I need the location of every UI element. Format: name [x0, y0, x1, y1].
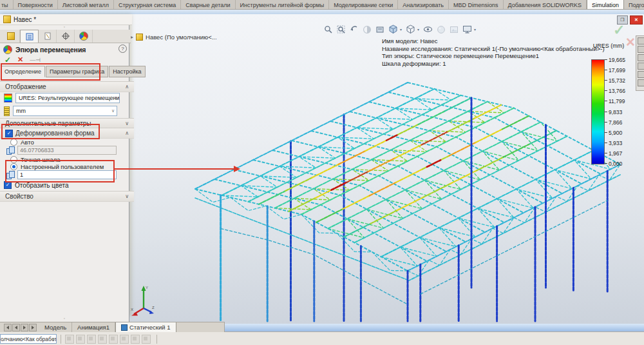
ribbon-tab[interactable]: MBD Dimensions — [449, 0, 504, 9]
true-scale-radio[interactable] — [10, 156, 17, 163]
status-tool-icon[interactable] — [142, 335, 151, 344]
status-tool-icon[interactable] — [65, 335, 74, 344]
graphics-area[interactable]: ▸ Навес (По умолчанию<... ▾ ▾ ▾ Имя моде… — [129, 14, 644, 335]
tab-definition[interactable]: Определение — [1, 66, 45, 77]
status-tool-icon[interactable] — [131, 335, 140, 344]
property-manager-title: Эпюра перемещения — [15, 46, 86, 54]
status-tool-icon[interactable] — [120, 335, 129, 344]
svg-text:X: X — [131, 308, 133, 311]
show-colors-row: ✓ Отобразить цвета — [0, 181, 133, 190]
tab-scroll-buttons — [0, 322, 39, 332]
first-tab-button[interactable] — [4, 324, 12, 331]
ribbon-tab[interactable]: Структурная система — [114, 0, 181, 9]
confirm-cancel-corner-button[interactable]: ✕ — [625, 35, 636, 50]
ribbon-tab[interactable]: Моделирование сетки — [329, 0, 398, 9]
user-scale-row — [0, 170, 135, 179]
previous-view-icon[interactable] — [350, 25, 359, 34]
home-icon[interactable] — [638, 37, 644, 44]
dimxpert-manager-tab[interactable] — [57, 30, 75, 43]
ribbon-tab-simulation-active[interactable]: Simulation — [587, 0, 624, 9]
zoom-fit-icon[interactable] — [324, 25, 333, 34]
ribbon-tab[interactable]: Поверхности — [14, 0, 58, 9]
feature-tree-flyout[interactable]: ▸ Навес (По умолчанию<... — [131, 34, 217, 41]
chevron-down-icon: ▾ — [474, 27, 476, 32]
edit-appearance-icon[interactable] — [437, 25, 446, 34]
ribbon-tab[interactable]: Листовой металл — [58, 0, 114, 9]
panel-splitter-grip[interactable]: ◦ — [0, 25, 129, 30]
tab-model[interactable]: Модель — [39, 322, 72, 332]
ribbon-tab[interactable]: Анализировать — [398, 0, 449, 9]
document-header: Навес * — [0, 14, 132, 25]
feature-manager-tab[interactable] — [2, 30, 20, 43]
deformed-shape-checkbox[interactable]: ✓ — [5, 130, 13, 137]
user-scale-field[interactable] — [17, 170, 117, 179]
file-explorer-icon[interactable] — [638, 54, 644, 61]
legend-value: 3,933 — [609, 140, 638, 146]
ribbon-tab[interactable]: Подготовка анализа — [624, 0, 644, 9]
zoom-area-icon[interactable] — [337, 25, 346, 34]
dimxpert-manager-icon — [62, 32, 70, 40]
user-defined-radio[interactable] — [10, 163, 17, 170]
display-style-icon[interactable] — [406, 25, 415, 34]
ribbon-tab[interactable]: Добавления SOLIDWORKS — [504, 0, 587, 9]
design-library-icon[interactable] — [638, 46, 644, 53]
last-tab-button[interactable] — [29, 324, 37, 331]
cancel-button[interactable]: ✕ — [17, 55, 23, 64]
section-view-icon[interactable] — [363, 25, 372, 34]
legend-value: 9,833 — [609, 109, 638, 115]
ribbon-tab[interactable]: Сварные детали — [181, 0, 235, 9]
property-manager-tab[interactable] — [20, 30, 39, 43]
collapse-icon: ∧ — [125, 84, 129, 90]
status-tool-icon[interactable] — [109, 335, 118, 344]
property-section-header[interactable]: Свойство ∨ — [0, 191, 134, 202]
status-tool-icon[interactable] — [98, 335, 107, 344]
chevron-down-icon: ▾ — [400, 27, 402, 32]
ok-button[interactable]: ✓ — [5, 55, 11, 64]
view-palette-icon[interactable] — [638, 63, 644, 70]
status-tool-icon[interactable] — [76, 335, 85, 344]
pin-icon[interactable]: —⊣ — [30, 57, 41, 63]
legend-value: 17,699 — [609, 67, 638, 74]
deformed-shape-header[interactable]: ✓ Деформированная форма ∧ — [0, 128, 134, 139]
hide-show-items-icon[interactable] — [423, 25, 433, 34]
help-icon[interactable]: ? — [118, 44, 127, 53]
display-section-header[interactable]: Отображение ∧ — [0, 81, 134, 92]
display-manager-tab[interactable] — [75, 30, 93, 43]
status-tool-icon[interactable] — [87, 335, 96, 344]
prev-tab-button[interactable] — [12, 324, 20, 331]
scale-factor-icon — [6, 146, 14, 154]
view-orientation-icon[interactable] — [388, 25, 398, 34]
plot-info-text: Имя модели: Навес Название исследования:… — [382, 37, 605, 67]
legend-value: 7,866 — [609, 119, 638, 126]
units-combobox[interactable]: mm ∨ — [13, 106, 117, 116]
tab-static-study[interactable]: Статический 1 — [115, 322, 176, 332]
legend-color-bar — [591, 59, 605, 164]
configuration-dropdown[interactable]: олчанию<Как обработан ∨ — [0, 334, 57, 344]
legend-value: 5,900 — [609, 130, 638, 136]
tab-chart-options[interactable]: Параметры графика — [46, 66, 108, 77]
configuration-manager-tab[interactable] — [39, 30, 57, 43]
view-settings-icon[interactable] — [462, 25, 472, 34]
auto-radio[interactable] — [10, 139, 17, 146]
display-manager-icon — [79, 32, 88, 41]
status-bar: олчанию<Как обработан ∨ — [0, 331, 644, 345]
legend-value: 1,967 — [609, 150, 638, 157]
show-colors-checkbox[interactable]: ✓ — [4, 181, 12, 189]
property-manager-panel: Навес * ◦ Эпюра перемещения ? ✓ ✕ —⊣ — [0, 14, 129, 316]
ribbon-tab[interactable]: Инструменты литейной формы — [236, 0, 330, 9]
auto-scale-field[interactable] — [17, 146, 117, 155]
info-model-name: Имя модели: Навес — [382, 37, 605, 45]
apply-scene-icon[interactable] — [450, 25, 459, 34]
close-window-button[interactable]: ✕ — [630, 15, 643, 25]
next-tab-button[interactable] — [21, 324, 28, 331]
ribbon-tab[interactable]: ты — [0, 0, 14, 9]
expand-icon: ∨ — [125, 193, 129, 199]
custom-properties-icon[interactable] — [638, 79, 644, 86]
appearances-icon[interactable] — [638, 71, 644, 78]
expand-icon: ∨ — [125, 121, 129, 126]
tab-motion-study[interactable]: Анимация1 — [72, 322, 115, 332]
restore-window-button[interactable]: ❐ — [617, 15, 628, 25]
dynamic-annotation-icon[interactable] — [375, 25, 384, 34]
component-combobox[interactable]: URES: Результирующее перемещение ∨ — [15, 93, 120, 103]
tab-settings[interactable]: Настройка — [109, 66, 145, 77]
